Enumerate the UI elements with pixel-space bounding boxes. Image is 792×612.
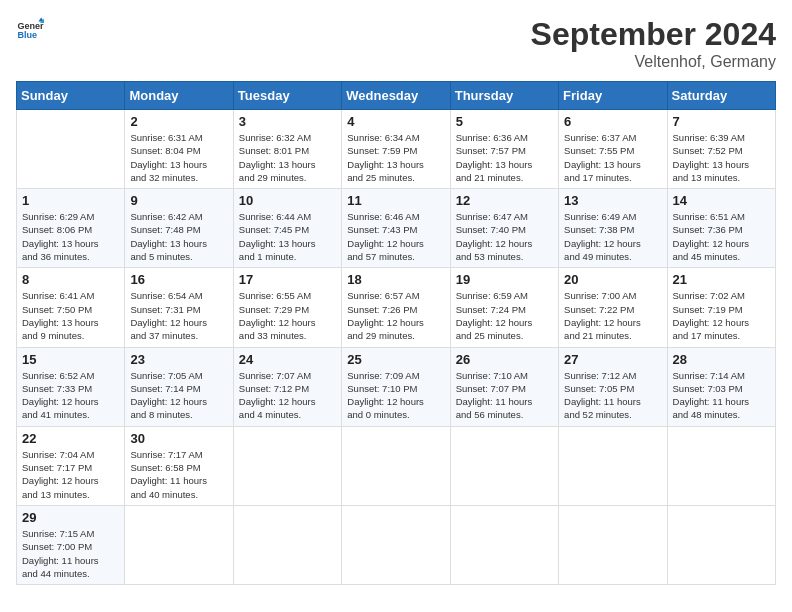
calendar-cell: [667, 426, 775, 505]
cell-text: Sunrise: 7:00 AMSunset: 7:22 PMDaylight:…: [564, 289, 661, 342]
cell-text: Sunrise: 7:02 AMSunset: 7:19 PMDaylight:…: [673, 289, 770, 342]
cell-text: Sunrise: 6:46 AMSunset: 7:43 PMDaylight:…: [347, 210, 444, 263]
calendar-week-0: 2Sunrise: 6:31 AMSunset: 8:04 PMDaylight…: [17, 110, 776, 189]
calendar-week-1: 1Sunrise: 6:29 AMSunset: 8:06 PMDaylight…: [17, 189, 776, 268]
header-cell-wednesday: Wednesday: [342, 82, 450, 110]
cell-text: Sunrise: 6:59 AMSunset: 7:24 PMDaylight:…: [456, 289, 553, 342]
page-header: General Blue September 2024 Veltenhof, G…: [16, 16, 776, 71]
day-number: 26: [456, 352, 553, 367]
cell-text: Sunrise: 7:04 AMSunset: 7:17 PMDaylight:…: [22, 448, 119, 501]
calendar-cell: 23Sunrise: 7:05 AMSunset: 7:14 PMDayligh…: [125, 347, 233, 426]
day-number: 1: [22, 193, 119, 208]
day-number: 18: [347, 272, 444, 287]
cell-text: Sunrise: 6:41 AMSunset: 7:50 PMDaylight:…: [22, 289, 119, 342]
calendar-cell: 9Sunrise: 6:42 AMSunset: 7:48 PMDaylight…: [125, 189, 233, 268]
day-number: 6: [564, 114, 661, 129]
calendar-cell: 22Sunrise: 7:04 AMSunset: 7:17 PMDayligh…: [17, 426, 125, 505]
header-row: SundayMondayTuesdayWednesdayThursdayFrid…: [17, 82, 776, 110]
calendar-cell: [342, 426, 450, 505]
cell-text: Sunrise: 6:54 AMSunset: 7:31 PMDaylight:…: [130, 289, 227, 342]
calendar-cell: [667, 505, 775, 584]
day-number: 11: [347, 193, 444, 208]
cell-text: Sunrise: 6:39 AMSunset: 7:52 PMDaylight:…: [673, 131, 770, 184]
month-title: September 2024: [531, 16, 776, 53]
calendar-cell: 20Sunrise: 7:00 AMSunset: 7:22 PMDayligh…: [559, 268, 667, 347]
logo-icon: General Blue: [16, 16, 44, 44]
calendar-cell: [559, 426, 667, 505]
cell-text: Sunrise: 7:10 AMSunset: 7:07 PMDaylight:…: [456, 369, 553, 422]
day-number: 3: [239, 114, 336, 129]
cell-text: Sunrise: 6:47 AMSunset: 7:40 PMDaylight:…: [456, 210, 553, 263]
calendar-cell: 26Sunrise: 7:10 AMSunset: 7:07 PMDayligh…: [450, 347, 558, 426]
day-number: 21: [673, 272, 770, 287]
header-cell-monday: Monday: [125, 82, 233, 110]
day-number: 27: [564, 352, 661, 367]
day-number: 17: [239, 272, 336, 287]
cell-text: Sunrise: 6:51 AMSunset: 7:36 PMDaylight:…: [673, 210, 770, 263]
cell-text: Sunrise: 6:36 AMSunset: 7:57 PMDaylight:…: [456, 131, 553, 184]
day-number: 28: [673, 352, 770, 367]
calendar-table: SundayMondayTuesdayWednesdayThursdayFrid…: [16, 81, 776, 585]
day-number: 8: [22, 272, 119, 287]
day-number: 23: [130, 352, 227, 367]
calendar-cell: 4Sunrise: 6:34 AMSunset: 7:59 PMDaylight…: [342, 110, 450, 189]
day-number: 15: [22, 352, 119, 367]
cell-text: Sunrise: 6:32 AMSunset: 8:01 PMDaylight:…: [239, 131, 336, 184]
day-number: 19: [456, 272, 553, 287]
calendar-cell: 8Sunrise: 6:41 AMSunset: 7:50 PMDaylight…: [17, 268, 125, 347]
cell-text: Sunrise: 7:09 AMSunset: 7:10 PMDaylight:…: [347, 369, 444, 422]
calendar-cell: 29Sunrise: 7:15 AMSunset: 7:00 PMDayligh…: [17, 505, 125, 584]
svg-text:General: General: [17, 21, 44, 31]
cell-text: Sunrise: 6:44 AMSunset: 7:45 PMDaylight:…: [239, 210, 336, 263]
calendar-cell: [342, 505, 450, 584]
calendar-cell: 13Sunrise: 6:49 AMSunset: 7:38 PMDayligh…: [559, 189, 667, 268]
cell-text: Sunrise: 6:37 AMSunset: 7:55 PMDaylight:…: [564, 131, 661, 184]
calendar-cell: 1Sunrise: 6:29 AMSunset: 8:06 PMDaylight…: [17, 189, 125, 268]
day-number: 12: [456, 193, 553, 208]
location-title: Veltenhof, Germany: [531, 53, 776, 71]
header-cell-friday: Friday: [559, 82, 667, 110]
calendar-cell: [17, 110, 125, 189]
calendar-cell: 21Sunrise: 7:02 AMSunset: 7:19 PMDayligh…: [667, 268, 775, 347]
calendar-cell: 24Sunrise: 7:07 AMSunset: 7:12 PMDayligh…: [233, 347, 341, 426]
calendar-cell: 10Sunrise: 6:44 AMSunset: 7:45 PMDayligh…: [233, 189, 341, 268]
cell-text: Sunrise: 6:31 AMSunset: 8:04 PMDaylight:…: [130, 131, 227, 184]
cell-text: Sunrise: 6:34 AMSunset: 7:59 PMDaylight:…: [347, 131, 444, 184]
calendar-cell: 11Sunrise: 6:46 AMSunset: 7:43 PMDayligh…: [342, 189, 450, 268]
calendar-cell: 3Sunrise: 6:32 AMSunset: 8:01 PMDaylight…: [233, 110, 341, 189]
calendar-week-3: 15Sunrise: 6:52 AMSunset: 7:33 PMDayligh…: [17, 347, 776, 426]
day-number: 2: [130, 114, 227, 129]
day-number: 24: [239, 352, 336, 367]
calendar-cell: 25Sunrise: 7:09 AMSunset: 7:10 PMDayligh…: [342, 347, 450, 426]
calendar-cell: [450, 505, 558, 584]
header-cell-tuesday: Tuesday: [233, 82, 341, 110]
cell-text: Sunrise: 7:05 AMSunset: 7:14 PMDaylight:…: [130, 369, 227, 422]
calendar-cell: [559, 505, 667, 584]
cell-text: Sunrise: 7:07 AMSunset: 7:12 PMDaylight:…: [239, 369, 336, 422]
calendar-cell: 27Sunrise: 7:12 AMSunset: 7:05 PMDayligh…: [559, 347, 667, 426]
day-number: 10: [239, 193, 336, 208]
day-number: 14: [673, 193, 770, 208]
day-number: 16: [130, 272, 227, 287]
calendar-cell: 16Sunrise: 6:54 AMSunset: 7:31 PMDayligh…: [125, 268, 233, 347]
calendar-cell: [233, 505, 341, 584]
cell-text: Sunrise: 6:55 AMSunset: 7:29 PMDaylight:…: [239, 289, 336, 342]
title-area: September 2024 Veltenhof, Germany: [531, 16, 776, 71]
calendar-cell: 19Sunrise: 6:59 AMSunset: 7:24 PMDayligh…: [450, 268, 558, 347]
calendar-cell: 14Sunrise: 6:51 AMSunset: 7:36 PMDayligh…: [667, 189, 775, 268]
cell-text: Sunrise: 6:42 AMSunset: 7:48 PMDaylight:…: [130, 210, 227, 263]
calendar-cell: 6Sunrise: 6:37 AMSunset: 7:55 PMDaylight…: [559, 110, 667, 189]
calendar-cell: 28Sunrise: 7:14 AMSunset: 7:03 PMDayligh…: [667, 347, 775, 426]
calendar-cell: 7Sunrise: 6:39 AMSunset: 7:52 PMDaylight…: [667, 110, 775, 189]
calendar-cell: 18Sunrise: 6:57 AMSunset: 7:26 PMDayligh…: [342, 268, 450, 347]
calendar-cell: [125, 505, 233, 584]
calendar-cell: 12Sunrise: 6:47 AMSunset: 7:40 PMDayligh…: [450, 189, 558, 268]
header-cell-saturday: Saturday: [667, 82, 775, 110]
day-number: 7: [673, 114, 770, 129]
calendar-cell: [233, 426, 341, 505]
day-number: 20: [564, 272, 661, 287]
day-number: 9: [130, 193, 227, 208]
cell-text: Sunrise: 6:57 AMSunset: 7:26 PMDaylight:…: [347, 289, 444, 342]
day-number: 29: [22, 510, 119, 525]
calendar-cell: 15Sunrise: 6:52 AMSunset: 7:33 PMDayligh…: [17, 347, 125, 426]
